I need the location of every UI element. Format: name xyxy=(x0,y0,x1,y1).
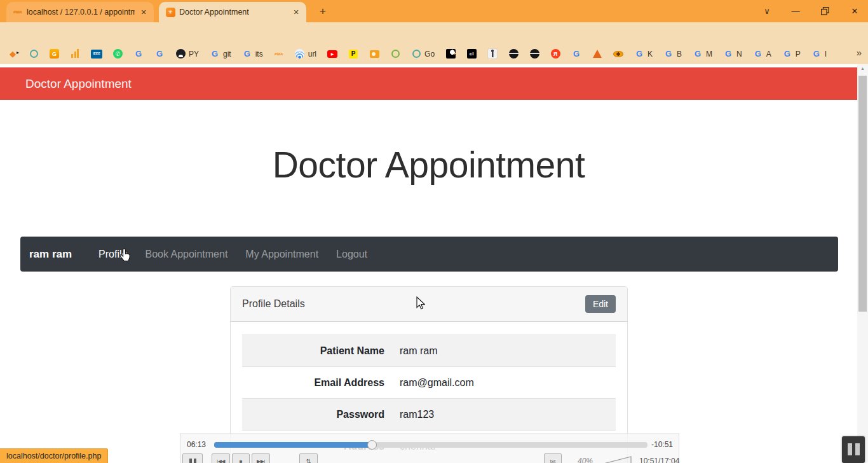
recorder-pause-button[interactable] xyxy=(842,436,865,463)
site-header: Doctor Appointment xyxy=(0,67,857,100)
bookmark-item[interactable] xyxy=(445,49,456,59)
tab-doctor-appointment[interactable]: ✳ Doctor Appointment ✕ xyxy=(159,2,306,22)
bookmark-item[interactable] xyxy=(592,49,602,59)
status-bar-link-preview: localhost/doctor/profile.php xyxy=(0,448,108,463)
bookmark-item[interactable]: Я xyxy=(550,49,560,59)
page-scrollbar[interactable]: ▲ xyxy=(857,64,868,463)
scrollbar-up-arrow[interactable]: ▲ xyxy=(857,66,868,71)
elapsed-time: 06:13 xyxy=(187,440,206,449)
stop-button[interactable]: ■ xyxy=(232,453,250,463)
close-window-button[interactable]: ✕ xyxy=(848,4,862,18)
bookmark-item[interactable]: cl xyxy=(466,49,477,59)
next-button[interactable]: ▶▶| xyxy=(252,453,270,463)
google-icon: G xyxy=(571,49,581,59)
google-icon: G xyxy=(782,49,792,59)
restore-button[interactable] xyxy=(818,4,832,18)
bookmark-item[interactable]: P xyxy=(348,49,358,59)
wifi-icon xyxy=(295,49,305,59)
youtube-icon: ▶ xyxy=(327,49,337,59)
google-icon: G xyxy=(693,49,703,59)
bookmark-item[interactable] xyxy=(369,49,379,59)
remaining-time: -10:51 xyxy=(651,440,673,449)
new-tab-button[interactable]: + xyxy=(316,5,329,18)
text-tool-button[interactable]: txt xyxy=(544,453,562,463)
bookmark-item[interactable] xyxy=(529,49,539,59)
bookmark-item[interactable]: GA xyxy=(753,49,771,59)
bookmark-item[interactable] xyxy=(29,49,39,59)
teal-ring-icon xyxy=(29,49,39,59)
bookmark-item[interactable]: GB xyxy=(663,49,682,59)
edit-button[interactable]: Edit xyxy=(585,295,616,313)
restore-icon xyxy=(821,7,829,15)
google-icon: G xyxy=(154,49,165,59)
orange-cube-icon: G xyxy=(50,49,59,59)
bookmark-item[interactable]: Gits xyxy=(242,49,263,59)
seek-bar[interactable] xyxy=(214,442,648,448)
hand-cursor xyxy=(119,247,133,263)
tab-close-icon[interactable]: ✕ xyxy=(291,7,301,17)
camera-icon xyxy=(369,49,379,59)
bookmark-item[interactable] xyxy=(487,49,498,59)
bookmark-item[interactable]: ✆ xyxy=(113,49,123,59)
bookmark-item[interactable]: IEEE xyxy=(91,50,102,59)
bookmark-item[interactable]: ◆ xyxy=(8,49,18,59)
page-viewport: Doctor Appointment Doctor Appointment ra… xyxy=(0,64,857,463)
bookmark-item[interactable] xyxy=(613,49,623,59)
bookmark-item[interactable]: url xyxy=(295,49,316,59)
bookmark-item[interactable]: GN xyxy=(723,49,742,59)
tab-close-icon[interactable]: ✕ xyxy=(139,7,149,17)
cl-icon: cl xyxy=(466,49,477,59)
analytics-bars-icon xyxy=(70,50,80,58)
google-icon: G xyxy=(753,49,763,59)
pause-button[interactable] xyxy=(182,453,203,463)
whatsapp-icon: ✆ xyxy=(113,49,123,59)
nav-link-book-appointment[interactable]: Book Appointment xyxy=(136,249,236,260)
bookmark-item[interactable] xyxy=(390,49,400,59)
page-favicon: ✳ xyxy=(165,7,175,17)
browser-toolbar: ← → ↻ ⓘ localhost/doctor/profile.php ☆ a… xyxy=(0,22,868,43)
tab-bar: PMA localhost / 127.0.0.1 / appointme ✕ … xyxy=(0,0,868,22)
nav-link-my-appointment[interactable]: My Appointment xyxy=(236,249,327,260)
profile-card-header: Profile Details Edit xyxy=(231,287,627,322)
bookmark-item[interactable]: ▶ xyxy=(327,49,337,59)
green-ring-icon xyxy=(390,49,400,59)
bookmark-item[interactable]: GK xyxy=(634,49,653,59)
browser-window: PMA localhost / 127.0.0.1 / appointme ✕ … xyxy=(0,0,868,463)
bookmark-item[interactable]: PMA xyxy=(274,49,284,59)
bookmark-item[interactable] xyxy=(508,49,519,59)
ieee-icon: IEEE xyxy=(91,50,102,59)
site-brand: Doctor Appointment xyxy=(25,77,132,91)
bookmark-item[interactable]: G xyxy=(571,49,581,59)
bookmark-item[interactable]: Ggit xyxy=(210,49,231,59)
bookmark-item[interactable]: G xyxy=(133,49,144,59)
minimize-button[interactable]: — xyxy=(789,4,803,18)
mixer-button[interactable]: ⇅ xyxy=(299,453,318,463)
volume-wedge-icon[interactable] xyxy=(600,455,633,463)
google-icon: G xyxy=(723,49,733,59)
bookmark-item[interactable]: GP xyxy=(782,49,801,59)
google-icon: G xyxy=(811,49,822,59)
nav-link-logout[interactable]: Logout xyxy=(327,249,376,260)
bookmark-item[interactable]: GI xyxy=(811,49,827,59)
seek-bar-fill xyxy=(214,442,372,448)
navbar-user[interactable]: ram ram xyxy=(29,248,72,261)
scrollbar-thumb[interactable] xyxy=(858,76,867,312)
bookmark-item[interactable]: G xyxy=(50,49,59,59)
google-icon: G xyxy=(663,49,674,59)
volume-percent: 40% xyxy=(578,457,593,463)
seek-thumb[interactable] xyxy=(367,440,377,450)
bookmark-item[interactable]: Go xyxy=(411,49,435,59)
bookmark-item[interactable]: G xyxy=(154,49,165,59)
table-row: Email Address ram@gmail.com xyxy=(242,366,616,398)
bookmark-item[interactable]: GM xyxy=(693,49,712,59)
bookmark-item[interactable]: PY xyxy=(175,49,199,59)
google-icon: G xyxy=(242,49,252,59)
tab-search-icon[interactable]: ∨ xyxy=(760,4,774,18)
bookmark-item[interactable] xyxy=(70,50,80,58)
table-row: Patient Name ram ram xyxy=(242,335,616,366)
bookmarks-overflow-chevron[interactable]: » xyxy=(857,47,862,58)
tab-phpmyadmin[interactable]: PMA localhost / 127.0.0.1 / appointme ✕ xyxy=(6,2,154,22)
phpmyadmin-favicon: PMA xyxy=(13,7,23,17)
rewind-button[interactable]: |◀◀ xyxy=(212,453,230,463)
google-icon: G xyxy=(133,49,144,59)
